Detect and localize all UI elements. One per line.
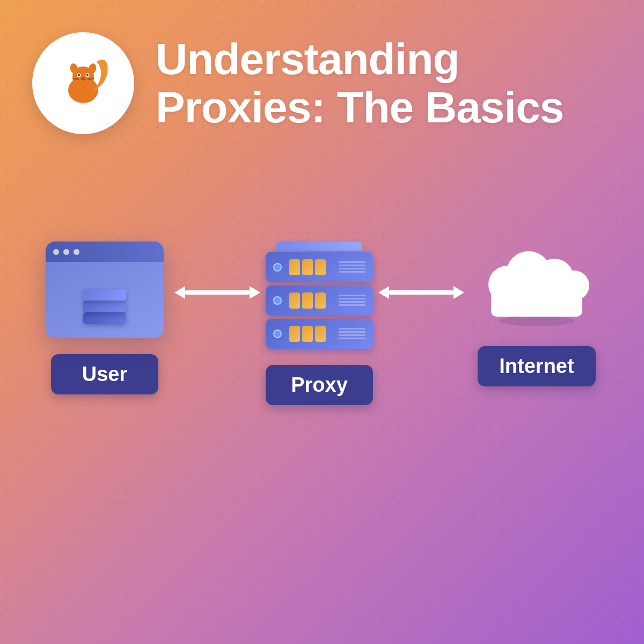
server-icon: [260, 241, 378, 349]
server-drives-2: [289, 292, 326, 309]
server-drive: [302, 326, 313, 342]
svg-point-19: [499, 316, 574, 326]
svg-marker-16: [378, 286, 389, 299]
server-drive: [289, 292, 300, 309]
server-unit-2: [266, 286, 373, 316]
browser-body: [46, 262, 164, 338]
browser-dot-3: [74, 249, 79, 255]
cloud-svg: [475, 241, 598, 330]
arrow-right: [378, 282, 464, 303]
server-drives-3: [289, 326, 326, 342]
internet-label: Internet: [478, 346, 595, 386]
browser-icon: [46, 241, 164, 338]
proxy-label: Proxy: [266, 365, 373, 405]
header: Understanding Proxies: The Basics: [32, 32, 612, 134]
arrow-left: [174, 282, 260, 303]
svg-marker-18: [453, 286, 464, 299]
server-drive: [289, 259, 300, 275]
internet-node: Internet: [475, 241, 598, 386]
server-top-cap: [276, 241, 362, 251]
proxy-node: Proxy: [260, 241, 378, 405]
browser-dot-1: [53, 249, 59, 255]
page-title: Understanding Proxies: The Basics: [156, 35, 564, 131]
svg-rect-14: [185, 290, 250, 295]
svg-line-11: [87, 78, 94, 79]
server-drive: [315, 326, 326, 342]
server-unit-1: [266, 252, 373, 282]
logo-icon: [54, 54, 113, 113]
svg-line-12: [87, 79, 94, 80]
svg-point-7: [86, 74, 89, 76]
server-unit-3: [266, 319, 373, 349]
server-vents-3: [339, 328, 365, 339]
user-node: User: [46, 241, 164, 394]
browser-dot-2: [63, 249, 69, 255]
svg-marker-13: [174, 286, 185, 299]
logo-circle: [32, 32, 134, 134]
layers-icon: [80, 276, 129, 324]
server-vents-1: [339, 261, 365, 273]
svg-rect-17: [389, 290, 453, 295]
canvas: Understanding Proxies: The Basics: [0, 0, 644, 644]
browser-titlebar: [46, 241, 164, 262]
svg-point-8: [81, 77, 85, 80]
svg-point-5: [78, 74, 80, 76]
user-label: User: [51, 354, 158, 394]
server-drive: [289, 326, 300, 342]
svg-line-9: [72, 78, 79, 79]
cloud-icon: [475, 241, 598, 330]
svg-marker-15: [250, 286, 260, 299]
server-drives-1: [289, 259, 326, 275]
server-vents-2: [339, 295, 365, 306]
svg-line-10: [72, 79, 79, 80]
server-drive: [315, 259, 326, 275]
svg-rect-25: [494, 290, 580, 317]
server-drive: [302, 259, 313, 275]
server-drive: [315, 292, 326, 309]
server-drive: [302, 292, 313, 309]
